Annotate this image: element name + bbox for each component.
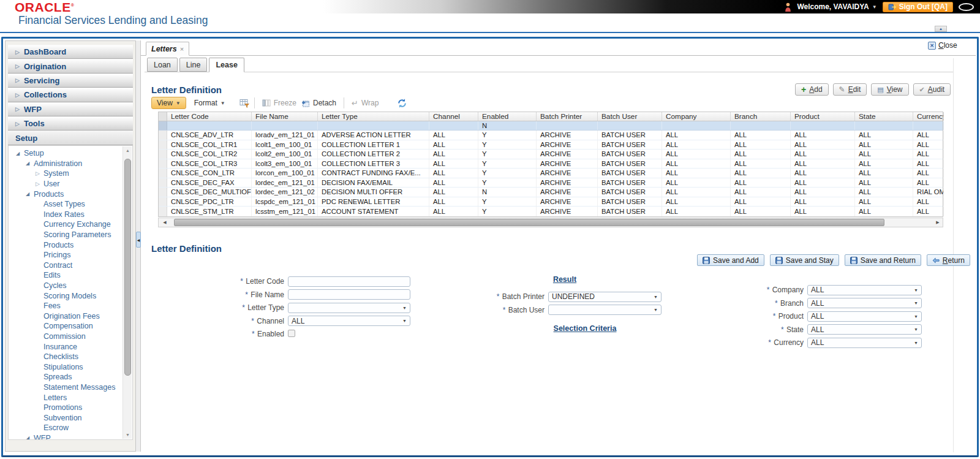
- column-header-channel[interactable]: Channel: [429, 112, 478, 121]
- subtab-loan[interactable]: Loan: [147, 58, 178, 72]
- tree-item-setup[interactable]: ◢Setup: [10, 148, 121, 159]
- table-row[interactable]: CNLSCE_DEC_FAXlordec_em_121_01DECISION F…: [159, 178, 943, 188]
- view-menu-button[interactable]: View▼: [151, 97, 186, 109]
- tree-item-origination-fees[interactable]: Origination Fees: [10, 311, 121, 322]
- table-row[interactable]: CNLSCE_PDC_LTRlcspdc_em_121_01PDC RENEWA…: [159, 197, 943, 207]
- subtab-lease[interactable]: Lease: [209, 58, 244, 72]
- column-header-state[interactable]: State: [855, 112, 913, 121]
- sidebar-item-collections[interactable]: ▷Collections: [8, 88, 133, 102]
- filter-cell-state[interactable]: [855, 121, 913, 130]
- tree-expanded-icon[interactable]: ◢: [26, 161, 34, 166]
- product-select[interactable]: ALL▼: [807, 311, 922, 322]
- channel-select[interactable]: ALL▼: [288, 316, 410, 326]
- tree-item-cycles[interactable]: Cycles: [10, 281, 121, 291]
- button-save-and-return[interactable]: Save and Return: [845, 254, 921, 266]
- tree-scrollbar[interactable]: ▲ ▼: [123, 146, 132, 439]
- tree-item-currency-exchange[interactable]: Currency Exchange: [10, 219, 121, 230]
- table-row[interactable]: CNLSCE_COL_LTR1lcolt1_em_100_01COLLECTIO…: [159, 140, 943, 150]
- tree-expanded-icon[interactable]: ◢: [26, 435, 34, 439]
- tree-item-letters[interactable]: Letters: [10, 392, 121, 403]
- tree-expanded-icon[interactable]: ◢: [16, 151, 24, 156]
- grid-horizontal-scrollbar[interactable]: ◀ ▶: [158, 218, 943, 227]
- filter-cell-letter-type[interactable]: [318, 121, 429, 130]
- currency-select[interactable]: ALL▼: [807, 338, 922, 348]
- column-header-batch-user[interactable]: Batch User: [598, 112, 662, 121]
- tree-item-spreads[interactable]: Spreads: [10, 372, 121, 382]
- tree-item-pricings[interactable]: Pricings: [10, 250, 121, 260]
- tree-item-fees[interactable]: Fees: [10, 301, 121, 311]
- sidebar-item-servicing[interactable]: ▷Servicing: [8, 74, 133, 88]
- tree-item-scoring-models[interactable]: Scoring Models: [10, 290, 121, 301]
- button-return[interactable]: Return: [927, 254, 970, 266]
- close-button[interactable]: ✕ Close: [928, 41, 957, 50]
- filter-cell-channel[interactable]: [429, 121, 478, 130]
- column-header-product[interactable]: Product: [791, 112, 855, 121]
- table-row[interactable]: CNLSCE_CON_LTRlorcon_em_100_01CONTRACT F…: [159, 169, 943, 178]
- scroll-right-icon[interactable]: ▶: [933, 218, 943, 227]
- format-menu-button[interactable]: Format▼: [189, 97, 231, 109]
- tree-item-user[interactable]: ▷User: [10, 179, 121, 189]
- tree-item-compensation[interactable]: Compensation: [10, 321, 121, 332]
- company-select[interactable]: ALL▼: [807, 285, 922, 295]
- tree-item-contract[interactable]: Contract: [10, 260, 121, 271]
- filter-cell-product[interactable]: [791, 121, 855, 130]
- tree-scrollbar-thumb[interactable]: [124, 159, 131, 376]
- sign-out-button[interactable]: Sign Out [QA]: [883, 2, 953, 12]
- scroll-left-icon[interactable]: ◀: [160, 218, 170, 227]
- tree-item-asset-types[interactable]: Asset Types: [10, 199, 121, 210]
- filter-cell-currency[interactable]: [913, 121, 944, 130]
- filter-cell-company[interactable]: [662, 121, 731, 130]
- freeze-button[interactable]: Freeze: [260, 99, 299, 107]
- tree-item-statement-messages[interactable]: Statement Messages: [10, 382, 121, 393]
- column-header-file-name[interactable]: File Name: [252, 112, 318, 121]
- filter-cell-enabled[interactable]: N: [478, 121, 537, 130]
- sidebar-item-wfp[interactable]: ▷WFP: [8, 102, 133, 116]
- batch-printer-select[interactable]: UNDEFINED▼: [548, 292, 662, 302]
- button-edit[interactable]: ✎Edit: [833, 83, 867, 96]
- refresh-icon[interactable]: [397, 98, 407, 108]
- column-header-letter-type[interactable]: Letter Type: [318, 112, 429, 121]
- letter-type-select[interactable]: ▼: [288, 303, 410, 313]
- table-row[interactable]: CNLSCE_COL_LTR2lcolt2_em_100_01COLLECTIO…: [159, 150, 943, 159]
- tree-item-wfp[interactable]: ◢WFP: [10, 433, 121, 439]
- column-header-company[interactable]: Company: [662, 112, 731, 121]
- enabled-checkbox[interactable]: [288, 330, 295, 337]
- scroll-down-icon[interactable]: ▼: [123, 433, 132, 437]
- tree-item-escrow[interactable]: Escrow: [10, 423, 121, 433]
- tree-item-commission[interactable]: Commission: [10, 332, 121, 342]
- filter-cell-letter-code[interactable]: [167, 121, 252, 130]
- table-row[interactable]: CNLSCE_ADV_LTRloradv_em_121_01ADVERSE AC…: [159, 131, 943, 140]
- filter-cell-batch-printer[interactable]: [537, 121, 598, 130]
- welcome-menu[interactable]: Welcome, VAVAIDYA ▼: [797, 2, 876, 11]
- tree-item-scoring-parameters[interactable]: Scoring Parameters: [10, 230, 121, 240]
- tree-item-stipulations[interactable]: Stipulations: [10, 362, 121, 372]
- table-row[interactable]: CNLSCE_DEC_MULTIOFFER_...lordec_em_121_0…: [159, 188, 943, 197]
- column-header-currency[interactable]: Currency: [913, 112, 944, 121]
- tree-item-insurance[interactable]: Insurance: [10, 341, 121, 352]
- state-select[interactable]: ALL▼: [807, 324, 922, 335]
- collapse-header-button[interactable]: ▲: [935, 26, 947, 32]
- tree-item-edits[interactable]: Edits: [10, 270, 121, 281]
- column-header-letter-code[interactable]: Letter Code: [167, 112, 252, 121]
- button-add[interactable]: +Add: [795, 83, 829, 96]
- tree-item-administration[interactable]: ◢Administration: [10, 159, 121, 169]
- column-header-branch[interactable]: Branch: [731, 112, 791, 121]
- tree-item-subvention[interactable]: Subvention: [10, 412, 121, 423]
- tree-collapsed-icon[interactable]: ▷: [36, 181, 43, 187]
- sidebar-splitter[interactable]: ◀: [136, 40, 141, 452]
- file-name-input[interactable]: [288, 289, 410, 300]
- button-audit[interactable]: ✔Audit: [913, 83, 951, 96]
- scroll-up-icon[interactable]: ▲: [123, 148, 132, 153]
- wrap-button[interactable]: ↵ Wrap: [349, 99, 381, 108]
- tab-letters[interactable]: Letters ×: [146, 42, 189, 56]
- button-view[interactable]: ▤View: [871, 83, 908, 96]
- button-save-and-stay[interactable]: Save and Stay: [770, 254, 839, 266]
- tree-expanded-icon[interactable]: ◢: [26, 191, 34, 197]
- hscroll-thumb[interactable]: [174, 219, 884, 226]
- tree-item-index-rates[interactable]: Index Rates: [10, 210, 121, 220]
- tree-collapsed-icon[interactable]: ▷: [36, 170, 43, 176]
- detach-button[interactable]: Detach: [299, 99, 339, 107]
- tree-item-products[interactable]: Products: [10, 240, 121, 250]
- letter-code-input[interactable]: [288, 276, 410, 287]
- query-by-example-icon[interactable]: [239, 99, 249, 108]
